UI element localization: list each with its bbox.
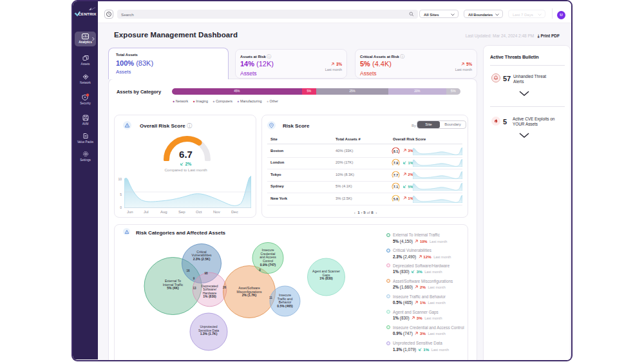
svg-text:1.3% (1.7K): 1.3% (1.7K) [200, 332, 218, 336]
svg-text:0.5% (465): 0.5% (465) [277, 304, 293, 308]
svg-text:98: 98 [204, 272, 208, 275]
svg-text:16: 16 [186, 269, 190, 272]
svg-text:5.6: 5.6 [393, 197, 399, 201]
svg-text:7.7: 7.7 [393, 173, 399, 177]
svg-text:26: 26 [223, 286, 227, 289]
svg-text:1% (830): 1% (830) [319, 276, 333, 280]
svg-text:2% (1.7K): 2% (1.7K) [242, 293, 257, 297]
svg-text:7.1: 7.1 [393, 185, 399, 189]
svg-text:11: 11 [269, 296, 272, 300]
svg-text:1% (830): 1% (830) [203, 294, 216, 298]
svg-text:CENTRIX: CENTRIX [79, 12, 97, 16]
svg-text:13: 13 [193, 287, 196, 290]
svg-text:5% (4K): 5% (4K) [167, 286, 179, 290]
svg-text:8.1: 8.1 [393, 149, 399, 153]
svg-text:2.3% (2.5K): 2.3% (2.5K) [193, 257, 211, 261]
svg-text:7.9: 7.9 [393, 161, 399, 165]
svg-text:0.9% (747): 0.9% (747) [260, 263, 276, 267]
